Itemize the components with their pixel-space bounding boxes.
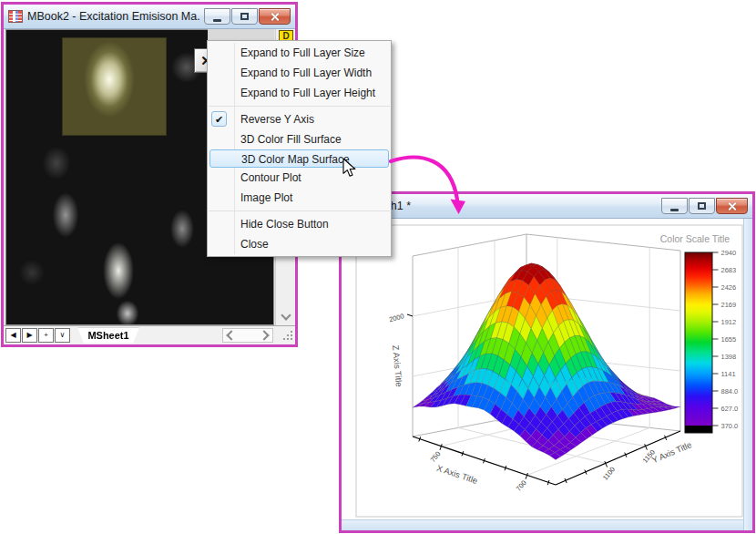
chevron-down-icon — [281, 310, 291, 320]
chevron-right-icon — [259, 330, 269, 340]
selection-region[interactable]: ✕ ▶ — [62, 37, 167, 136]
prev-sheet-button[interactable]: ◀ — [5, 328, 21, 343]
context-menu: Expand to Full Layer SizeExpand to Full … — [207, 40, 392, 257]
menu-item-expand-to-full-layer-size[interactable]: Expand to Full Layer Size — [208, 43, 391, 63]
menu-separator — [209, 106, 390, 107]
mbook-titlebar[interactable]: MBook2 - Excitation Emisison Ma... — [4, 5, 295, 29]
graph-window: Graph1 * 70075011001150X Axis TitleY Axi… — [339, 191, 755, 533]
mbook-title: MBook2 - Excitation Emisison Ma... — [27, 10, 199, 23]
menu-item-3d-color-fill-surface[interactable]: 3D Color Fill Surface — [208, 129, 391, 149]
graph-horizontal-scrollbar[interactable] — [342, 519, 743, 530]
chevron-left-icon — [226, 330, 236, 340]
menu-item-expand-to-full-layer-height[interactable]: Expand to Full Layer Height — [208, 83, 391, 103]
close-button[interactable] — [259, 8, 291, 25]
close-icon — [727, 201, 737, 211]
minimize-icon — [213, 19, 221, 22]
scroll-down-button[interactable] — [276, 309, 295, 323]
add-sheet-button[interactable]: + — [38, 328, 54, 343]
maximize-icon — [240, 13, 249, 20]
matrix-icon — [8, 10, 23, 23]
sheet-tab-msheet1[interactable]: MSheet1 — [77, 328, 139, 344]
graph-body: 70075011001150X Axis TitleY Axis Title20… — [342, 219, 752, 530]
svg-text:Color Scale Title: Color Scale Title — [660, 233, 730, 244]
svg-text:2940: 2940 — [721, 249, 737, 257]
maximize-button[interactable] — [231, 8, 258, 25]
surface-plot: 70075011001150X Axis TitleY Axis Title20… — [342, 219, 752, 530]
svg-text:2169: 2169 — [721, 301, 737, 309]
minimize-button[interactable] — [204, 8, 230, 25]
sheet-list-button[interactable]: ∨ — [55, 328, 70, 343]
horizontal-scrollbar[interactable] — [222, 328, 273, 343]
menu-item-hide-close-button[interactable]: Hide Close Button — [208, 214, 391, 234]
graph-close-button[interactable] — [716, 198, 748, 214]
minimize-icon — [670, 209, 679, 211]
svg-text:884.0: 884.0 — [721, 387, 739, 395]
menu-item-reverse-y-axis[interactable]: ✔Reverse Y Axis — [208, 109, 391, 129]
svg-text:1398: 1398 — [721, 353, 737, 361]
graph-minimize-button[interactable] — [661, 198, 688, 214]
svg-text:1912: 1912 — [721, 318, 737, 326]
graph-vertical-scrollbar[interactable] — [743, 219, 752, 530]
svg-text:2683: 2683 — [721, 266, 737, 274]
menu-separator — [209, 211, 390, 211]
maximize-icon — [698, 202, 706, 210]
graph-title: Graph1 * — [365, 200, 657, 212]
desktop: MBook2 - Excitation Emisison Ma... ✕ ▶ D… — [0, 0, 756, 534]
menu-item-contour-plot[interactable]: Contour Plot — [208, 168, 391, 188]
svg-text:1655: 1655 — [721, 335, 737, 344]
svg-text:627.0: 627.0 — [721, 405, 739, 413]
svg-text:1141: 1141 — [721, 370, 736, 378]
menu-item-image-plot[interactable]: Image Plot — [208, 188, 391, 208]
graph-maximize-button[interactable] — [689, 198, 715, 214]
graph-titlebar[interactable]: Graph1 * — [342, 194, 752, 219]
check-icon: ✔ — [211, 111, 227, 127]
next-sheet-button[interactable]: ▶ — [22, 328, 37, 343]
sheet-tab-bar: ◀▶+∨ MSheet1 — [4, 325, 295, 344]
close-icon — [270, 12, 280, 22]
resize-grip[interactable] — [291, 331, 292, 333]
svg-text:2426: 2426 — [721, 283, 737, 292]
menu-item-3d-color-map-surface[interactable]: 3D Color Map Surface — [209, 149, 389, 168]
menu-item-expand-to-full-layer-width[interactable]: Expand to Full Layer Width — [208, 63, 391, 83]
sheet-nav-buttons: ◀▶+∨ — [5, 328, 70, 343]
svg-text:370.0: 370.0 — [721, 422, 739, 430]
menu-item-close[interactable]: Close — [208, 234, 391, 254]
